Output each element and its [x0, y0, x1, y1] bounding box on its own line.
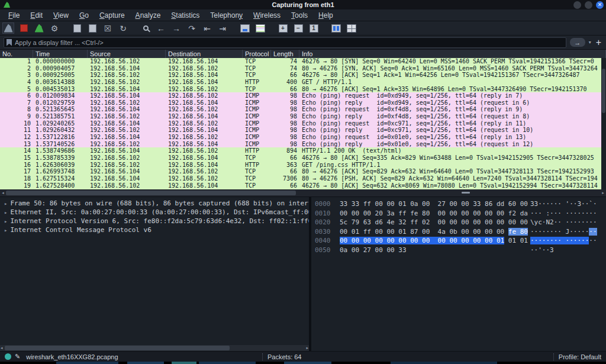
table-row-packet-1[interactable]: 10.000000000192.168.56.102192.168.56.104… [0, 58, 606, 65]
hex-row-0050[interactable]: 00500a 00 27 00 00 33··'··3 [315, 246, 606, 255]
stop-capture-icon[interactable] [18, 22, 30, 34]
column-header-protocol[interactable]: Protocol [243, 50, 271, 58]
table-row-packet-19[interactable]: 191.627528400192.168.56.102192.168.56.10… [0, 182, 606, 189]
packet-list-vscrollbar[interactable] [601, 58, 606, 189]
open-file-icon[interactable] [71, 22, 83, 34]
go-back-icon[interactable]: ← [155, 22, 167, 34]
apply-filter-button[interactable]: → [570, 38, 585, 47]
filter-bookmark-icon[interactable] [7, 39, 12, 46]
hex-ascii[interactable]: ··· :··· ········ [530, 209, 597, 218]
add-filter-button[interactable]: + [595, 38, 602, 47]
table-row-packet-4[interactable]: 40.003614388192.168.56.102192.168.56.104… [0, 79, 606, 86]
capture-options-icon[interactable]: ⚙ [49, 22, 60, 34]
maximize-button[interactable] [585, 1, 592, 9]
packet-list-hscrollbar[interactable]: ◂ ▸ [0, 189, 606, 197]
expander-icon[interactable]: ▸ [2, 201, 10, 207]
table-row-packet-11[interactable]: 111.029260432192.168.56.102192.168.56.10… [0, 127, 606, 134]
hex-row-0000[interactable]: 000033 33 ff 00 00 01 0a 00 27 00 00 33 … [315, 199, 606, 209]
table-row-packet-14[interactable]: 141.538749686192.168.56.104192.168.56.10… [0, 147, 606, 154]
menu-edit[interactable]: Edit [25, 10, 47, 21]
column-header-no[interactable]: No. [0, 50, 33, 58]
hex-bytes[interactable]: 5c 79 63 d6 4e 32 ff 02 00 00 00 00 00 0… [340, 218, 530, 227]
expander-icon[interactable]: ▸ [2, 210, 10, 215]
splitter-grip[interactable] [462, 192, 470, 194]
table-row-packet-16[interactable]: 161.626306039192.168.56.102192.168.56.10… [0, 162, 606, 169]
hex-row-0040[interactable]: 004000 00 00 00 00 00 00 00 00 00 00 00 … [315, 236, 606, 246]
vscrollbar-thumb[interactable] [602, 69, 605, 113]
save-file-icon[interactable] [86, 22, 98, 34]
table-row-packet-5[interactable]: 50.004535013192.168.56.104192.168.56.102… [0, 86, 606, 93]
menu-help[interactable]: Help [314, 10, 338, 21]
hex-ascii[interactable]: ········ ········ [530, 236, 597, 246]
hex-ascii[interactable]: ··'··3 [530, 246, 554, 255]
column-header-length[interactable]: Length [271, 50, 299, 58]
hex-ascii[interactable]: 33······ '··3··`· [530, 199, 597, 209]
go-last-packet-icon[interactable]: ⇥ [217, 22, 228, 34]
expert-info-icon[interactable] [5, 353, 11, 360]
column-header-time[interactable]: Time [33, 50, 88, 58]
zoom-out-icon[interactable]: − [292, 22, 304, 34]
display-filter-field[interactable] [4, 37, 566, 48]
close-file-icon[interactable]: ☒ [102, 22, 114, 34]
hex-ascii[interactable]: \yc·N2·· ········ [530, 218, 597, 227]
hex-ascii[interactable]: ········ J······· [530, 227, 597, 237]
table-row-packet-2[interactable]: 20.000904057192.168.56.104192.168.56.102… [0, 65, 606, 72]
expander-icon[interactable]: ▸ [2, 218, 10, 224]
details-hscrollbar-thumb[interactable] [5, 346, 230, 350]
menu-file[interactable]: File [4, 10, 24, 21]
zoom-original-icon[interactable]: 1 [308, 22, 320, 34]
menu-statistics[interactable]: Statistics [166, 10, 204, 21]
capture-comment-icon[interactable]: ✎ [15, 353, 20, 360]
table-row-packet-13[interactable]: 131.537140526192.168.56.102192.168.56.10… [0, 141, 606, 148]
reload-file-icon[interactable]: ↻ [117, 22, 129, 34]
profile-label[interactable]: Profile: Default [559, 353, 601, 360]
detail-line-1[interactable]: ▸Ethernet II, Src: 0a:00:27:00:00:33 (0a… [2, 208, 309, 217]
menu-telephony[interactable]: Telephony [205, 10, 247, 21]
hex-bytes[interactable]: 00 00 00 00 00 00 00 00 00 00 00 00 00 0… [340, 236, 530, 246]
scroll-left-icon[interactable]: ◂ [1, 345, 3, 351]
menu-go[interactable]: Go [75, 10, 94, 21]
display-filter-input[interactable] [15, 39, 563, 46]
menu-analyze[interactable]: Analyze [131, 10, 166, 21]
go-to-packet-icon[interactable]: ↷ [186, 22, 198, 34]
hex-row-0020[interactable]: 00205c 79 63 d6 4e 32 ff 02 00 00 00 00 … [315, 218, 606, 227]
table-row-packet-7[interactable]: 70.012029759192.168.56.102192.168.56.104… [0, 99, 606, 107]
detail-line-2[interactable]: ▸Internet Protocol Version 6, Src: fe80:… [2, 217, 309, 226]
go-first-packet-icon[interactable]: ⇤ [201, 22, 213, 34]
resize-columns-icon[interactable] [330, 22, 342, 34]
table-row-packet-9[interactable]: 90.521385751192.168.56.102192.168.56.104… [0, 113, 606, 120]
expander-icon[interactable]: ▸ [2, 227, 10, 233]
details-hscrollbar[interactable]: ◂ ▸ [0, 345, 309, 351]
hex-row-0010[interactable]: 001000 00 00 20 3a ff fe 80 00 00 00 00 … [315, 209, 606, 218]
menu-capture[interactable]: Capture [95, 10, 130, 21]
hex-row-0030[interactable]: 003000 01 ff 00 00 01 87 00 4a 0b 00 00 … [315, 227, 606, 237]
filter-dropdown-caret-icon[interactable]: ▾ [589, 40, 591, 45]
colorize-icon[interactable] [254, 22, 266, 34]
column-header-destination[interactable]: Destination [166, 50, 243, 58]
menu-wireless[interactable]: Wireless [249, 10, 285, 21]
start-capture-icon[interactable] [2, 22, 14, 34]
close-button[interactable]: ✕ [596, 1, 604, 9]
table-row-packet-10[interactable]: 101.029240265192.168.56.104192.168.56.10… [0, 120, 606, 127]
hscrollbar-thumb[interactable] [6, 191, 296, 195]
hex-bytes[interactable]: 00 01 ff 00 00 01 87 00 4a 0b 00 00 00 0… [340, 227, 530, 237]
detail-line-3[interactable]: ▸Internet Control Message Protocol v6 [2, 226, 309, 234]
detail-line-0[interactable]: ▸Frame 50: 86 bytes on wire (688 bits), … [2, 199, 309, 208]
column-header-info[interactable]: Info [299, 50, 606, 58]
menu-tools[interactable]: Tools [286, 10, 312, 21]
table-row-packet-18[interactable]: 181.627515324192.168.56.104192.168.56.10… [0, 175, 606, 182]
table-row-packet-17[interactable]: 171.626993748192.168.56.104192.168.56.10… [0, 168, 606, 175]
go-forward-icon[interactable]: → [170, 22, 182, 34]
table-row-packet-15[interactable]: 151.538785339192.168.56.102192.168.56.10… [0, 154, 606, 162]
auto-scroll-icon[interactable] [239, 22, 251, 34]
scroll-right-icon[interactable]: ▸ [306, 345, 308, 351]
scroll-left-icon[interactable]: ◂ [0, 191, 6, 195]
table-row-packet-6[interactable]: 60.012009834192.168.56.104192.168.56.102… [0, 92, 606, 99]
layout-123-icon[interactable] [346, 22, 357, 34]
hex-bytes[interactable]: 0a 00 27 00 00 33 [340, 246, 530, 255]
table-row-packet-12[interactable]: 121.537122816192.168.56.104192.168.56.10… [0, 134, 606, 141]
table-row-packet-8[interactable]: 80.521365645192.168.56.104192.168.56.102… [0, 106, 606, 113]
restart-capture-icon[interactable] [33, 22, 45, 34]
minimize-button[interactable] [573, 1, 581, 9]
find-packet-icon[interactable] [140, 22, 152, 34]
